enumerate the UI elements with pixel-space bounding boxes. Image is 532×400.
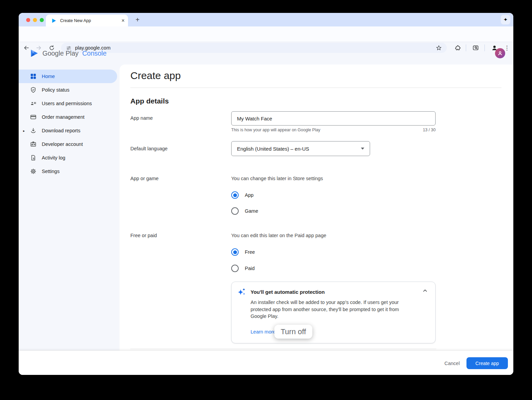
app-or-game-note: You can change this later in Store setti… <box>231 176 323 181</box>
sidebar-item-label: Activity log <box>42 155 65 160</box>
sparkle-icon[interactable]: ✦ <box>501 15 510 24</box>
radio-option-paid[interactable]: Paid <box>231 265 255 272</box>
default-language-value: English (United States) – en-US <box>237 146 309 152</box>
document-icon <box>30 154 37 161</box>
free-or-paid-note: You can edit this later on the Paid app … <box>231 233 326 238</box>
bookmark-star-icon[interactable] <box>436 45 442 51</box>
automatic-protection-card: You'll get automatic protection An insta… <box>231 282 436 343</box>
protection-card-body: An installer check will be added to your… <box>251 299 411 320</box>
cancel-button[interactable]: Cancel <box>442 358 462 369</box>
learn-more-link[interactable]: Learn more <box>251 329 276 335</box>
radio-selected-icon[interactable] <box>231 191 239 199</box>
tab-close-icon[interactable]: × <box>122 18 125 23</box>
tab-strip: Create New App × + ✦ <box>19 13 513 26</box>
play-triangle-icon <box>30 49 39 58</box>
radio-option-free[interactable]: Free <box>231 248 255 256</box>
sidebar-item-users-permissions[interactable]: Users and permissions <box>19 97 117 110</box>
app-name-label: App name <box>130 115 153 121</box>
footer-bar: Cancel Create app <box>19 350 513 375</box>
toolbar-divider <box>466 44 466 51</box>
radio-option-app[interactable]: App <box>231 191 254 199</box>
google-play-favicon <box>51 18 57 23</box>
window-zoom-button[interactable] <box>40 18 44 22</box>
credit-card-icon <box>30 114 37 120</box>
app-or-game-label: App or game <box>130 176 159 181</box>
sidebar-item-settings[interactable]: Settings <box>19 165 117 178</box>
sidebar-item-label: Settings <box>42 169 59 174</box>
protection-card-title: You'll get automatic protection <box>251 289 325 295</box>
sidebar-item-label: Home <box>42 74 55 79</box>
download-icon <box>30 127 37 134</box>
tab-title: Create New App <box>60 18 118 23</box>
sidebar-item-label: Users and permissions <box>42 101 92 106</box>
url-text[interactable]: play.google.com <box>75 45 432 51</box>
back-icon[interactable] <box>22 44 31 52</box>
extensions-icon[interactable] <box>454 44 462 52</box>
radio-selected-icon[interactable] <box>231 248 239 256</box>
sidebar-item-download-reports[interactable]: ▸ Download reports <box>19 124 117 137</box>
divider <box>130 88 501 88</box>
sidebar-item-order-management[interactable]: Order management <box>19 110 117 124</box>
main-content: Create app App details App name This is … <box>120 64 513 350</box>
sidebar-item-home[interactable]: Home <box>19 70 117 83</box>
divider <box>130 349 436 349</box>
gemini-sparkle-icon <box>237 287 246 297</box>
browser-toolbar: play.google.com ⋮ <box>19 26 513 42</box>
radio-unselected-icon[interactable] <box>231 207 239 215</box>
free-or-paid-label: Free or paid <box>130 233 157 238</box>
sidebar-item-label: Developer account <box>42 141 83 147</box>
app-name-counter: 13 / 30 <box>423 128 436 132</box>
gear-icon <box>30 168 37 175</box>
default-language-label: Default language <box>130 146 168 151</box>
window-minimize-button[interactable] <box>33 18 37 22</box>
default-language-select[interactable]: English (United States) – en-US <box>231 141 370 156</box>
home-grid-icon <box>30 73 37 80</box>
sidebar-item-activity-log[interactable]: Activity log <box>19 151 117 165</box>
play-console-logo[interactable]: Google Play Console <box>30 47 107 60</box>
new-tab-button[interactable]: + <box>133 16 142 24</box>
section-title: App details <box>130 97 169 105</box>
brand-google-play: Google Play <box>42 50 78 57</box>
radio-option-game[interactable]: Game <box>231 207 258 215</box>
brand-console: Console <box>82 50 107 57</box>
address-bar[interactable]: play.google.com <box>61 43 447 53</box>
browser-tab[interactable]: Create New App × <box>46 15 128 26</box>
sidebar-item-policy-status[interactable]: Policy status <box>19 83 117 97</box>
users-list-icon <box>30 100 37 107</box>
sidebar-item-label: Policy status <box>42 87 69 93</box>
shield-check-icon <box>30 87 37 93</box>
sidebar-item-label: Order management <box>42 114 85 120</box>
chevron-up-icon[interactable] <box>421 287 429 295</box>
sidebar-item-label: Download reports <box>42 128 80 133</box>
sidebar-item-developer-account[interactable]: Developer account <box>19 137 117 151</box>
radio-unselected-icon[interactable] <box>231 265 239 272</box>
create-app-button[interactable]: Create app <box>466 357 508 369</box>
badge-icon <box>30 141 37 148</box>
turn-off-button[interactable]: Turn off <box>274 325 312 339</box>
chevron-down-icon <box>361 148 364 150</box>
app-name-input[interactable] <box>231 111 436 126</box>
account-avatar[interactable] <box>495 48 505 58</box>
browser-window: Create New App × + ✦ play.google.com <box>19 13 513 375</box>
expand-caret-icon[interactable]: ▸ <box>23 129 25 133</box>
page-title: Create app <box>130 70 181 81</box>
search-tabs-icon[interactable] <box>472 44 480 52</box>
window-close-button[interactable] <box>26 18 30 22</box>
app-name-helper: This is how your app will appear on Goog… <box>231 128 320 132</box>
toolbar-divider <box>484 44 485 51</box>
